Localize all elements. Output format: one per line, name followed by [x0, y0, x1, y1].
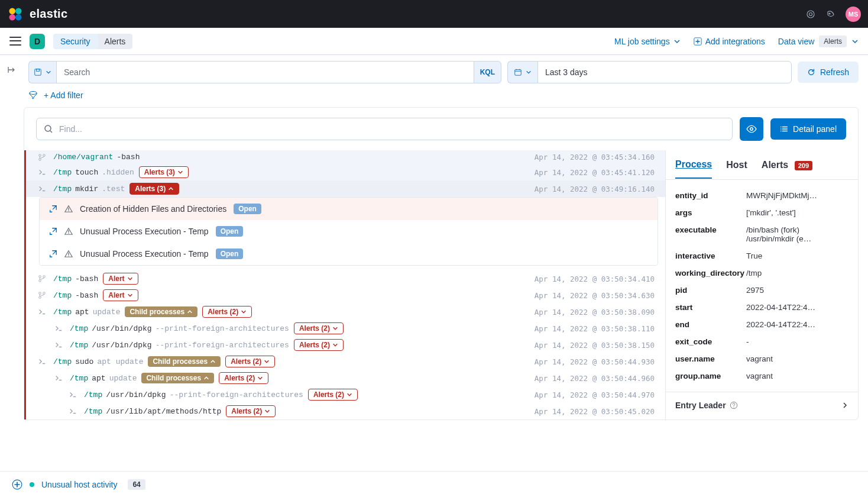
search-group: KQL: [28, 61, 501, 83]
process-timestamp: Apr 14, 2022 @ 03:50:34.630: [535, 291, 658, 300]
process-row[interactable]: /tmptouch.hiddenAlerts (3) Apr 14, 2022 …: [26, 164, 665, 180]
query-bar: KQL Last 3 days Refresh: [0, 55, 868, 83]
svg-point-0: [9, 8, 16, 14]
process-row[interactable]: /tmp/usr/bin/dpkg--print-foreign-archite…: [26, 320, 665, 337]
prompt-icon: [54, 374, 64, 382]
field-key: executable: [675, 225, 746, 243]
process-row[interactable]: /tmp-bashAlert Apr 14, 2022 @ 03:50:34.4…: [26, 270, 665, 287]
tag-child[interactable]: Child processes: [148, 356, 221, 367]
entry-leader-row[interactable]: Entry Leader: [666, 392, 858, 418]
space-selector[interactable]: D: [30, 34, 45, 49]
status-badge: Open: [216, 248, 244, 259]
date-quick-button[interactable]: [507, 61, 537, 83]
process-row[interactable]: /tmpaptupdateChild processes Alerts (2) …: [26, 304, 665, 320]
branch-icon: [38, 153, 47, 162]
newsfeed-icon[interactable]: [825, 9, 836, 20]
tag-alert-out[interactable]: Alerts (2): [294, 322, 344, 334]
deployment-icon[interactable]: [805, 9, 816, 20]
field-value: -: [746, 337, 848, 346]
svg-point-19: [43, 276, 46, 278]
process-row[interactable]: /tmp/usr/bin/dpkg--print-foreign-archite…: [26, 337, 665, 353]
header-left: elastic: [7, 6, 67, 22]
kql-search-input[interactable]: [56, 61, 474, 83]
prompt-icon: [54, 341, 64, 349]
expand-icon[interactable]: [49, 227, 59, 235]
add-filter-button[interactable]: + Add filter: [44, 91, 83, 100]
process-tree: /home/vagrant-bashApr 14, 2022 @ 03:45:3…: [24, 150, 666, 419]
tag-child[interactable]: Child processes: [125, 306, 197, 317]
svg-point-21: [39, 296, 41, 299]
expanded-alerts: Creation of Hidden Files and Directories…: [39, 197, 658, 266]
add-integrations[interactable]: Add integrations: [694, 37, 765, 46]
disk-icon: [34, 68, 42, 76]
process-path: /tmp: [53, 168, 72, 177]
process-path: /tmp: [53, 291, 72, 300]
tab-process[interactable]: Process: [675, 151, 712, 179]
process-row[interactable]: /tmpmkdir.testAlerts (3) Apr 14, 2022 @ …: [26, 180, 665, 197]
process-row[interactable]: /tmp-bashAlert Apr 14, 2022 @ 03:50:34.6…: [26, 287, 665, 304]
tag-alert-out[interactable]: Alerts (2): [225, 356, 275, 367]
tag-alert-out[interactable]: Alerts (2): [226, 405, 276, 417]
tag-alert-out[interactable]: Alert: [103, 289, 138, 301]
nav-toggle-icon[interactable]: [9, 36, 21, 47]
alert-row[interactable]: Unusual Process Execution - TempOpen: [40, 243, 658, 265]
alert-row[interactable]: Creation of Hidden Files and Directories…: [40, 198, 658, 220]
saved-query-button[interactable]: [28, 61, 56, 83]
process-row[interactable]: /tmp/usr/lib/apt/methods/httpAlerts (2) …: [26, 403, 665, 419]
user-avatar[interactable]: MS: [846, 7, 861, 22]
tag-child[interactable]: Child processes: [141, 373, 214, 383]
ml-job-settings[interactable]: ML job settings: [614, 37, 681, 46]
tab-alerts-label: Alerts: [762, 160, 788, 170]
date-value[interactable]: Last 3 days: [537, 61, 792, 83]
field-key: exit_code: [675, 337, 746, 346]
tag-alert-out[interactable]: Alerts (2): [219, 372, 268, 384]
tag-alert-out[interactable]: Alert: [103, 273, 138, 285]
calendar-icon: [514, 68, 522, 76]
refresh-button[interactable]: Refresh: [798, 62, 859, 83]
detail-field: end2022-04-14T22:4…: [675, 316, 848, 333]
detail-field: pid2975: [675, 282, 848, 299]
expand-icon: [7, 65, 17, 75]
svg-point-11: [30, 92, 37, 95]
process-row[interactable]: /tmpaptupdateChild processes Alerts (2) …: [26, 370, 665, 386]
alert-row[interactable]: Unusual Process Execution - TempOpen: [40, 220, 658, 243]
kql-toggle[interactable]: KQL: [474, 61, 501, 83]
tag-alert-out[interactable]: Alerts (2): [308, 389, 358, 401]
collapsible-nav-toggle[interactable]: [0, 55, 24, 85]
visibility-toggle-button[interactable]: [740, 117, 763, 141]
process-path: /tmp: [53, 357, 72, 366]
data-view-selector[interactable]: Data view Alerts: [778, 36, 859, 47]
session-area: /home/vagrant-bashApr 14, 2022 @ 03:45:3…: [24, 150, 858, 419]
process-row[interactable]: /tmp/usr/bin/dpkg--print-foreign-archite…: [26, 386, 665, 403]
field-key: user.name: [675, 354, 746, 363]
detail-panel-button[interactable]: Detail panel: [770, 118, 846, 140]
global-header: elastic MS: [0, 0, 868, 28]
status-badge: Open: [216, 226, 244, 237]
field-key: entity_id: [675, 191, 746, 200]
find-input[interactable]: [59, 124, 725, 134]
session-view-panel: Detail panel /home/vagrant-bashApr 14, 2…: [24, 107, 859, 420]
main-content: Detail panel /home/vagrant-bashApr 14, 2…: [24, 107, 868, 420]
breadcrumb-section[interactable]: Security: [53, 34, 98, 49]
filter-icon[interactable]: [28, 91, 38, 100]
process-row[interactable]: /home/vagrant-bashApr 14, 2022 @ 03:45:3…: [26, 150, 665, 164]
detail-field: start2022-04-14T22:4…: [675, 299, 848, 316]
tab-alerts[interactable]: Alerts 209: [762, 152, 812, 178]
tab-host[interactable]: Host: [726, 152, 747, 178]
tag-alert-out[interactable]: Alerts (2): [294, 339, 344, 351]
expand-icon[interactable]: [49, 250, 59, 258]
tag-alert-out[interactable]: Alerts (3): [139, 166, 189, 178]
expand-icon[interactable]: [49, 205, 59, 213]
process-row[interactable]: /tmpsudo apt updateChild processes Alert…: [26, 353, 665, 370]
process-timestamp: Apr 14, 2022 @ 03:50:44.970: [535, 390, 658, 399]
tag-alert-out[interactable]: Alerts (2): [202, 306, 252, 318]
alerts-count-badge: 209: [795, 161, 812, 170]
process-path: /tmp: [53, 185, 72, 193]
field-value: vagrant: [746, 372, 848, 380]
tag-alert-fill[interactable]: Alerts (3): [129, 183, 179, 195]
process-path: /tmp: [53, 275, 72, 283]
entry-leader-label: Entry Leader: [675, 401, 726, 410]
alert-name: Unusual Process Execution - Temp: [80, 249, 209, 259]
detail-field: group.namevagrant: [675, 367, 848, 385]
svg-point-16: [43, 154, 46, 156]
